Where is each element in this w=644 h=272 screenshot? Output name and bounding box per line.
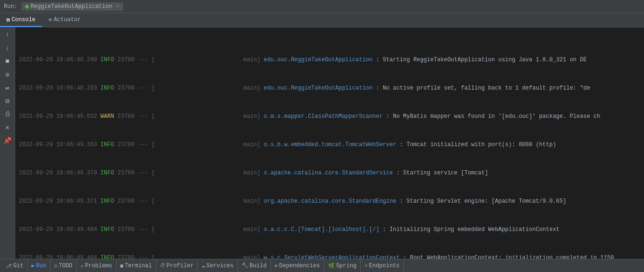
todo-icon: ☑	[54, 263, 58, 269]
print-icon[interactable]: ⎙	[2, 108, 13, 120]
status-services-label: Services	[206, 263, 234, 269]
sidebar: ↑ ↓ ■ ⊙ ⇌ ⊟ ⎙ ✕ 📌	[0, 27, 15, 259]
log-line: 2022-09-29 10:06:49.484 INFO 23700 --- […	[15, 225, 644, 234]
status-dependencies[interactable]: ⇌ Dependencies	[271, 259, 324, 272]
tab-actuator[interactable]: ⚙ Actuator	[42, 13, 87, 27]
status-profiler[interactable]: ⏱ Profiler	[156, 259, 198, 272]
clear-icon[interactable]: ⊟	[2, 95, 13, 107]
status-dependencies-label: Dependencies	[279, 263, 320, 269]
stop-icon[interactable]: ■	[2, 56, 13, 67]
scroll-to-bottom-icon[interactable]: ↓	[2, 42, 13, 54]
status-terminal-label: Terminal	[125, 263, 152, 269]
spring-icon: 🌿	[328, 263, 335, 269]
status-endpoints[interactable]: ⚡ Endpoints	[361, 259, 404, 272]
status-run-label: Run	[36, 263, 46, 269]
log-line: 2022-09-29 10:06:49.371 INFO 23700 --- […	[15, 197, 644, 206]
run-bar: Run: ReggieTakeOutApplication ×	[0, 0, 644, 13]
run-app-name: ReggieTakeOutApplication	[31, 3, 112, 10]
status-profiler-label: Profiler	[167, 263, 194, 269]
log-line: 2022-09-29 10:06:49.032 WARN 23700 --- […	[15, 112, 644, 121]
run-label: Run:	[4, 3, 17, 10]
status-run[interactable]: ▶ Run	[28, 259, 51, 272]
git-icon: ⎇	[6, 263, 12, 269]
scroll-to-top-icon[interactable]: ↑	[2, 29, 13, 41]
actuator-icon: ⚙	[49, 16, 52, 23]
close-tab-button[interactable]: ×	[116, 3, 119, 10]
status-services[interactable]: ☁ Services	[198, 259, 237, 272]
wrap-icon[interactable]: ⇌	[2, 82, 13, 93]
tab-console-label: Console	[12, 16, 35, 23]
run-tab[interactable]: ReggieTakeOutApplication ×	[21, 2, 123, 11]
status-build-label: Build	[250, 263, 267, 269]
log-line: 2022-09-29 10:06:49.484 INFO 23700 --- […	[15, 254, 644, 259]
green-dot	[25, 5, 29, 8]
status-problems-label: Problems	[85, 263, 112, 269]
console-icon: ▤	[7, 16, 10, 23]
tab-console[interactable]: ▤ Console	[0, 13, 42, 27]
log-line: 2022-09-29 10:06:49.363 INFO 23700 --- […	[15, 140, 644, 149]
dependencies-icon: ⇌	[275, 263, 278, 269]
endpoints-icon: ⚡	[364, 263, 368, 269]
problems-icon: ⚠	[80, 263, 84, 269]
status-build[interactable]: 🔨 Build	[238, 259, 271, 272]
pin-icon[interactable]: 📌	[2, 135, 13, 146]
status-bar: ⎇ Git ▶ Run ☑ TODO ⚠ Problems ▣ Terminal…	[0, 259, 644, 272]
panel-tabs: ▤ Console ⚙ Actuator	[0, 13, 644, 27]
delete-icon[interactable]: ✕	[2, 122, 13, 133]
log-line: 2022-09-29 10:06:49.370 INFO 23700 --- […	[15, 169, 644, 177]
status-spring[interactable]: 🌿 Spring	[324, 259, 361, 272]
profiler-icon: ⏱	[160, 263, 165, 269]
main-area: ↑ ↓ ■ ⊙ ⇌ ⊟ ⎙ ✕ 📌 2022-09-29 10:06:48.29…	[0, 27, 644, 259]
status-todo-label: TODO	[59, 263, 72, 269]
status-problems[interactable]: ⚠ Problems	[76, 259, 116, 272]
status-git[interactable]: ⎇ Git	[2, 259, 28, 272]
log-line: 2022-09-29 10:06:48.293 INFO 23700 --- […	[15, 84, 644, 92]
status-git-label: Git	[13, 263, 24, 269]
services-icon: ☁	[202, 263, 205, 269]
terminal-icon: ▣	[120, 263, 124, 269]
status-todo[interactable]: ☑ TODO	[51, 259, 76, 272]
status-endpoints-label: Endpoints	[369, 263, 400, 269]
console-output[interactable]: 2022-09-29 10:06:48.290 INFO 23700 --- […	[15, 27, 644, 259]
status-terminal[interactable]: ▣ Terminal	[117, 259, 156, 272]
camera-icon[interactable]: ⊙	[2, 69, 13, 80]
tab-actuator-label: Actuator	[54, 16, 81, 23]
status-spring-label: Spring	[336, 263, 356, 269]
log-line: 2022-09-29 10:06:48.290 INFO 23700 --- […	[15, 56, 644, 64]
run-icon: ▶	[32, 263, 35, 269]
build-icon: 🔨	[242, 263, 248, 269]
